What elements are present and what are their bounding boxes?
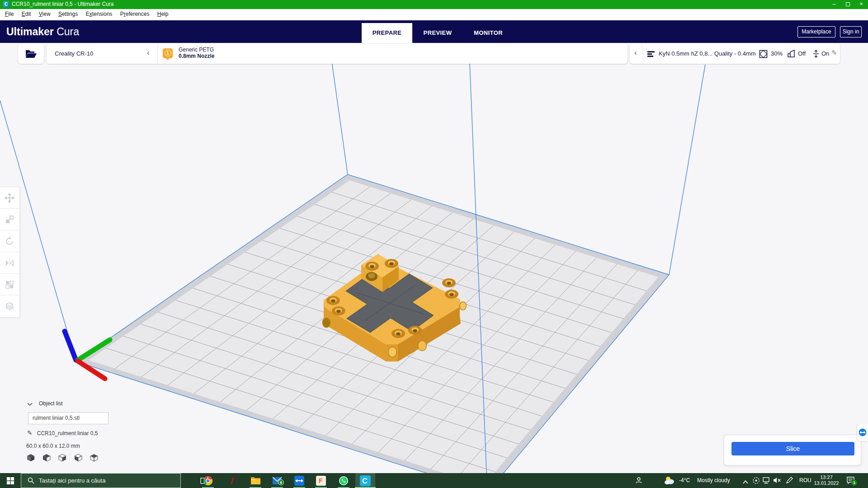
maximize-button[interactable] <box>841 0 854 9</box>
chrome-icon <box>203 476 213 486</box>
divider <box>642 44 643 64</box>
settings-collapse-chevron[interactable]: ‹ <box>634 48 637 57</box>
clock-time: 13:27 <box>814 474 839 480</box>
divider <box>157 44 158 64</box>
taskbar-search[interactable] <box>21 473 181 488</box>
support-icon <box>787 50 795 58</box>
menu-edit[interactable]: Edit <box>19 9 34 20</box>
rotate-icon <box>5 236 14 246</box>
profile-summary: KyN 0.5mm hZ 0,8... Quality - 0.4mm <box>659 44 756 64</box>
taskbar-chrome[interactable] <box>198 473 218 488</box>
weather-icon[interactable] <box>664 476 675 487</box>
print-settings-card[interactable]: ‹ KyN 0.5mm hZ 0,8... Quality - 0.4mm 30… <box>630 44 840 64</box>
marketplace-button[interactable]: Marketplace <box>797 26 835 38</box>
volume-muted-tray-icon[interactable] <box>773 477 782 486</box>
rotate-tool-button[interactable] <box>0 230 19 252</box>
edit-settings-pencil-icon[interactable]: ✎ <box>831 49 837 57</box>
ultimaker-cura-logo: Ultimaker Cura <box>6 20 79 43</box>
support-value: Off <box>798 44 806 64</box>
object-list-toggle[interactable]: Object list <box>27 400 63 407</box>
move-tool-button[interactable] <box>0 187 19 209</box>
hidden-icons-chevron[interactable] <box>742 478 749 486</box>
start-button[interactable] <box>0 473 21 488</box>
mirror-tool-button[interactable] <box>0 252 19 274</box>
windows-taskbar: 6 F C <box>0 473 868 488</box>
menu-file[interactable]: File <box>2 9 17 20</box>
support-blocker-button[interactable] <box>0 296 19 317</box>
taskbar-whatsapp[interactable] <box>334 473 354 488</box>
signin-button[interactable]: Sign in <box>840 26 862 38</box>
tab-prepare[interactable]: PREPARE <box>362 23 412 43</box>
red-quill-icon <box>228 476 237 486</box>
minimize-button[interactable]: – <box>827 0 841 9</box>
taskbar-quill-app[interactable] <box>223 473 243 488</box>
printer-selector[interactable]: Creality CR-10 <box>55 44 93 64</box>
teamviewer-dock-tab[interactable] <box>857 424 868 441</box>
rename-pencil-icon[interactable]: ✎ <box>27 429 33 436</box>
teamviewer-taskbar-icon <box>294 476 304 486</box>
app-header: Ultimaker Cura PREPARE PREVIEW MONITOR M… <box>0 20 868 43</box>
camera-view-buttons <box>26 453 99 462</box>
open-folder-icon <box>25 49 37 59</box>
taskbar-mail[interactable]: 6 <box>267 473 287 488</box>
taskbar-teamviewer[interactable] <box>289 473 309 488</box>
nozzle-size: 0.8mm Nozzle <box>179 53 214 59</box>
weather-temperature[interactable]: -4°C <box>679 473 690 488</box>
printer-collapse-chevron[interactable]: ‹ <box>147 48 150 57</box>
taskbar-clock[interactable]: 13:27 13.01.2022 <box>814 474 839 486</box>
z-axis <box>65 331 76 360</box>
window-title: CCR10_rulment liniar 0,5 - Ultimaker Cur… <box>12 1 113 7</box>
tool-sidebar <box>0 187 20 318</box>
view-3d-button[interactable] <box>26 453 35 462</box>
slice-button[interactable]: Slice <box>731 442 854 455</box>
extruder-number: 1 <box>165 50 171 56</box>
project-name-row[interactable]: ✎CCR10_rulment liniar 0,5 <box>27 429 98 436</box>
weather-description[interactable]: Mostly cloudy <box>697 473 730 488</box>
windows-ink-tray-icon[interactable] <box>786 476 793 486</box>
close-button[interactable]: × <box>854 0 868 9</box>
menu-extensions[interactable]: Extensions <box>83 9 116 20</box>
view-top-button[interactable] <box>58 453 67 462</box>
search-input[interactable] <box>39 477 165 484</box>
menu-help[interactable]: Help <box>154 9 172 20</box>
view-left-button[interactable] <box>74 453 83 462</box>
object-list-item[interactable]: rulment liniar 0,5.stl <box>28 412 108 424</box>
fusion360-icon: F <box>316 476 326 486</box>
adhesion-value: On <box>821 44 829 64</box>
3d-viewport[interactable] <box>0 43 868 473</box>
tab-preview[interactable]: PREVIEW <box>412 23 463 43</box>
taskbar-cura-active[interactable]: C <box>355 473 375 488</box>
search-icon <box>28 477 34 484</box>
notification-count-badge: 1 <box>851 480 857 486</box>
svg-text:C: C <box>362 477 368 485</box>
infill-icon <box>759 50 768 58</box>
file-explorer-icon <box>250 476 261 485</box>
window-titlebar: C CCR10_rulment liniar 0,5 - Ultimaker C… <box>0 0 868 9</box>
tab-monitor[interactable]: MONITOR <box>463 23 514 43</box>
menu-settings[interactable]: Settings <box>55 9 81 20</box>
view-front-button[interactable] <box>42 453 51 462</box>
cura-taskbar-icon: C <box>360 475 371 486</box>
per-model-settings-icon <box>5 280 14 290</box>
view-right-button[interactable] <box>90 453 99 462</box>
per-model-settings-button[interactable] <box>0 274 19 296</box>
extruder-badge[interactable]: 1 <box>163 48 173 58</box>
menu-view[interactable]: View <box>36 9 54 20</box>
material-selector[interactable]: Generic PETG 0.8mm Nozzle <box>179 47 214 59</box>
taskbar-fusion360[interactable]: F <box>311 473 331 488</box>
open-file-button[interactable] <box>18 44 44 64</box>
action-center-icon[interactable]: 1 <box>846 476 855 486</box>
scale-icon <box>5 215 14 225</box>
language-indicator[interactable]: ROU <box>799 473 811 488</box>
network-tray-icon[interactable] <box>762 477 771 486</box>
mail-unread-badge: 6 <box>278 479 284 485</box>
meet-now-tray-icon[interactable] <box>752 477 760 486</box>
move-icon <box>5 193 14 203</box>
material-name: Generic PETG <box>179 47 214 53</box>
cura-window-icon: C <box>3 1 9 7</box>
people-tray-icon[interactable] <box>635 476 643 486</box>
taskbar-file-explorer[interactable] <box>245 473 265 488</box>
mirror-icon <box>5 258 14 268</box>
scale-tool-button[interactable] <box>0 209 19 230</box>
menu-preferences[interactable]: Preferences <box>117 9 153 20</box>
